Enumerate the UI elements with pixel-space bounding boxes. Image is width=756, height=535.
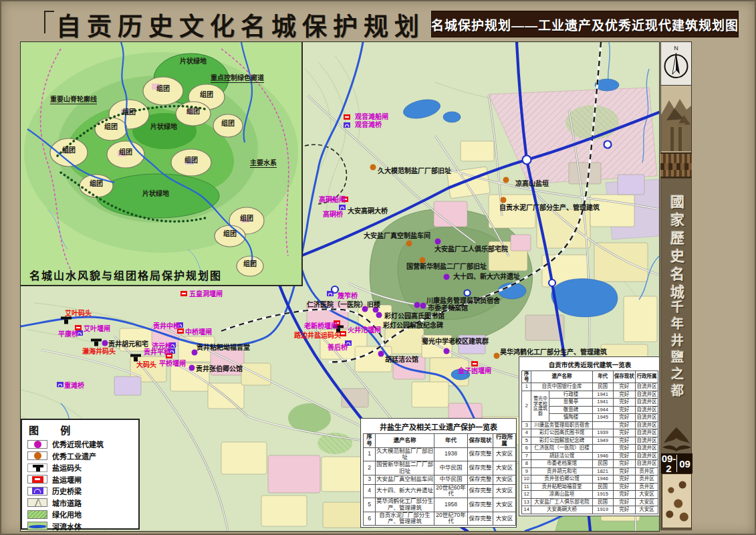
table-header: 行政所属 xyxy=(635,371,658,383)
table-row: 2国营新华制盐二厂厂部旧址中华民国保存完整大安区 xyxy=(364,461,516,475)
map-label: 重滩桥 xyxy=(64,383,84,389)
map-marker-sluice xyxy=(180,291,187,296)
sheet-number-left: 09-2 xyxy=(661,453,676,473)
river-symbol xyxy=(27,522,47,530)
table-cell: 1946 xyxy=(592,475,613,484)
north-compass-icon: N xyxy=(661,42,691,85)
table-cell: 自流井区 xyxy=(635,452,658,460)
map-marker-bridge xyxy=(344,122,350,128)
legend-item-label: 优秀工业遗产 xyxy=(52,451,96,461)
legend-item-label: 盐运堰闸 xyxy=(52,474,82,485)
map-label: 善后桥 xyxy=(328,344,348,351)
table-header: 遗产名称 xyxy=(531,371,592,383)
table-row: 7胡廷洁公馆1946完好自流井区 xyxy=(522,452,658,460)
table-cell: 完好 xyxy=(613,491,635,499)
inset-label: 片状绿地 xyxy=(150,124,177,130)
table-cell: 4 xyxy=(364,484,376,498)
table-cell: 仁济医院（一医院）旧楼 xyxy=(531,445,592,453)
table-cell: 大安区 xyxy=(493,498,516,512)
dock-symbol xyxy=(27,463,47,472)
table-row: 13大安盐厂工人俱乐部宅院民国完好大安区 xyxy=(522,498,658,506)
table-row: 1久大模范制盐厂厂部旧址1938保存完整大安区 xyxy=(364,447,516,461)
table-cell: 蜀光中学老校区建筑群 xyxy=(531,391,549,421)
table-cell: 1941 xyxy=(592,399,613,407)
main-map: 观音滩船闸观音滩桥久大模范制盐厂厂部旧址凉高山盐垣自贡水泥厂厂部分生产、管理建筑… xyxy=(20,41,660,532)
map-label: 大安高硐大桥 xyxy=(348,208,388,215)
table-row: 2蜀光中学老校区建筑群行政楼1941完好自流井区 xyxy=(522,391,658,399)
map-label: 凉高山盐垣 xyxy=(515,181,549,187)
table-cell: 保存完整 xyxy=(468,447,493,461)
table-cell: 1938 xyxy=(434,447,468,461)
table-cell: 11 xyxy=(522,483,531,491)
sidebar: N 國家歷史名城 千年井鹽之都 xyxy=(660,41,692,530)
green-symbol xyxy=(27,510,47,519)
table-cell: 1958 xyxy=(434,498,468,512)
table-cell: 完好 xyxy=(613,406,635,414)
map-marker-dot-p xyxy=(414,302,420,308)
sheet-number-band: 09-2 09 xyxy=(661,453,692,473)
table-cell: 彩灯公园高氏图书馆 xyxy=(531,429,592,437)
table-cell: 1939 xyxy=(592,429,613,437)
inset-label: 组团 xyxy=(104,124,118,130)
table-cell: 中华民国 xyxy=(434,461,468,475)
table-cell: 思蜀亭 xyxy=(549,399,592,407)
inset-label: 组团 xyxy=(221,120,235,127)
map-marker-dot-o xyxy=(406,241,412,247)
dot-orange-symbol xyxy=(27,451,47,460)
table-row: 4大十四、新大六井遗址20世纪60年代保存完整大安区 xyxy=(364,484,516,498)
inset-label: 主要水系 xyxy=(250,160,277,168)
table-row: 12凉高山盐垣1915完好大安区 xyxy=(522,491,658,499)
table-cell: 13 xyxy=(522,498,531,506)
map-label: 贡井中桥 xyxy=(153,323,180,330)
table-cell: 敬思碑 xyxy=(549,406,592,414)
table-cell: 3 xyxy=(522,421,531,429)
table-cell: 大安区 xyxy=(493,484,516,498)
table-cell: 20世纪70年代 xyxy=(434,512,468,526)
inset-label: 组团 xyxy=(119,149,132,156)
table-cell: 贡井区 xyxy=(635,483,658,491)
fretwork-band xyxy=(660,152,692,178)
table-cell: 完好 xyxy=(613,506,635,514)
legend-item: 优秀工业遗产 xyxy=(27,451,133,461)
table-row: 1自贡中国银行金库民国完好自流井区 xyxy=(522,383,658,391)
page-title: 自贡历史文化名城保护规划 xyxy=(56,7,425,43)
table-cell: 完好 xyxy=(613,452,635,460)
map-label: 高硐桥 xyxy=(323,211,343,218)
table-row: 5昊华鸿鹤化工厂部分生产、管理建筑1958保存完整大安区 xyxy=(364,498,516,512)
map-marker-dot-p xyxy=(189,365,195,371)
table-cell: 5 xyxy=(522,437,531,445)
map-label: 火井沱堰闸 xyxy=(348,327,381,334)
sluice-symbol xyxy=(27,475,47,484)
table-cell: 民国 xyxy=(592,383,613,391)
map-label: 仁济医院（一医院）旧楼 xyxy=(307,302,380,308)
inset-label: 组团 xyxy=(200,92,213,98)
table-cell: 14 xyxy=(522,506,531,514)
legend-item-label: 河流水体 xyxy=(52,521,82,532)
inset-label: 组团 xyxy=(122,109,136,116)
dot-magenta-symbol xyxy=(27,440,47,449)
map-marker-dock xyxy=(91,339,102,346)
table-cell: 1945 xyxy=(592,414,613,422)
table-cell: 自流井区 xyxy=(635,437,658,445)
map-label: 大安盐厂工人俱乐部宅院 xyxy=(434,246,508,253)
table-cell: 昊华鸿鹤化工厂部分生产、管理建筑 xyxy=(376,498,434,512)
table-cell: 大安盐厂工人俱乐部宅院 xyxy=(531,498,592,506)
table-cell: 自流井区 xyxy=(635,445,658,453)
table-cell: 完好 xyxy=(613,467,635,475)
table-cell: 完好 xyxy=(613,383,635,391)
inset-map: 片状绿地重点控制绿色廊道重要山脊轮廓线片状绿地片状绿地主要水系组团组团组团组团组… xyxy=(21,42,303,286)
table-row: 10贡井张伯卿公馆1946完好贡井区 xyxy=(522,475,658,484)
map-label: 彩灯公园解放纪念碑 xyxy=(383,322,443,329)
inset-label: 片状绿地 xyxy=(180,58,207,65)
map-label: 久大模范制盐厂厂部旧址 xyxy=(378,168,451,175)
table-cell: 大安区 xyxy=(493,512,516,526)
table-cell: 大十四、新大六井遗址 xyxy=(376,484,434,498)
map-label: 高硐船闸 xyxy=(319,197,346,203)
map-label: 平康桥 xyxy=(58,331,78,338)
table-cell: 1919 xyxy=(592,506,613,514)
legend-item-label: 盐运码头 xyxy=(52,462,82,473)
modern-buildings-table: 自贡市优秀近现代建筑一览表 序号遗产名称年代保存现状行政所属1自贡中国银行金库民… xyxy=(519,356,660,516)
table-row: 5彩灯公园解放纪念碑1949完好自流井区 xyxy=(522,437,658,445)
table-cell: 4 xyxy=(522,429,531,437)
table-cell: 完好 xyxy=(613,391,635,399)
